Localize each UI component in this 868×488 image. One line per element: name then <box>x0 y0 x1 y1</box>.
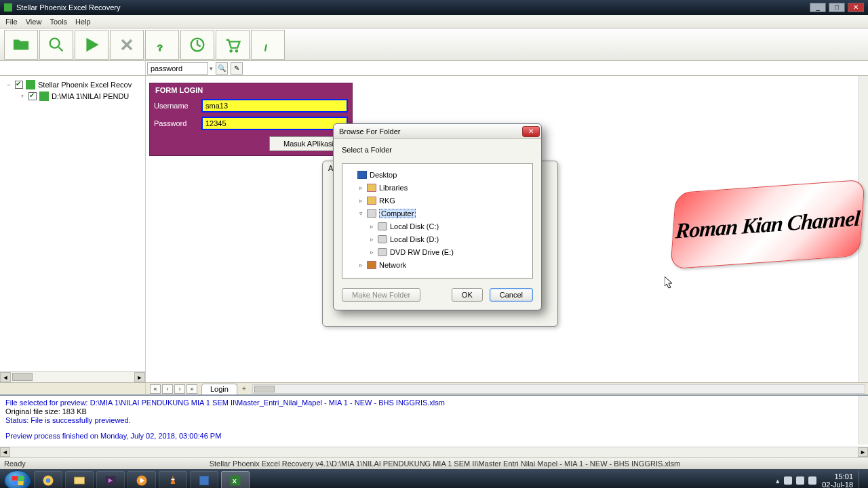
tree-hscrollbar[interactable]: ◄► <box>0 371 145 382</box>
username-label: Username <box>154 102 201 110</box>
form-title: FORM LOGIN <box>150 83 352 97</box>
taskbar-vlc-icon[interactable] <box>159 471 187 488</box>
watermark-text: Roman Kian Channel <box>675 205 861 243</box>
svg-rect-11 <box>172 479 175 481</box>
update-button[interactable] <box>180 30 214 60</box>
make-new-folder-button: Make New Folder <box>342 288 420 302</box>
collapse-icon[interactable]: − <box>5 81 12 88</box>
tab-prev-button[interactable]: ‹ <box>162 384 173 394</box>
app-icon <box>4 3 12 12</box>
node-local-c[interactable]: Local Disk (C:) <box>390 222 439 230</box>
show-desktop-button[interactable] <box>859 471 864 488</box>
node-rkg[interactable]: RKG <box>379 197 395 205</box>
taskbar-wmp-icon[interactable] <box>127 471 156 488</box>
password-label: Password <box>154 119 201 127</box>
find-prev-button[interactable]: ✎ <box>231 62 243 75</box>
expand-icon[interactable]: ▹ <box>357 184 364 191</box>
collapse-icon[interactable]: ▿ <box>357 210 364 217</box>
clock-time: 15:01 <box>822 472 853 481</box>
ok-button[interactable]: OK <box>452 288 483 302</box>
menu-view[interactable]: View <box>26 18 42 26</box>
log-hscrollbar[interactable]: ◄► <box>0 447 868 457</box>
tree-child-label[interactable]: D:\MIA 1\NILAI PENDU <box>52 92 129 100</box>
username-field[interactable]: sma13 <box>201 99 348 113</box>
scan-button[interactable] <box>39 30 73 60</box>
node-dvd[interactable]: DVD RW Drive (E:) <box>390 248 454 256</box>
window-titlebar: Stellar Phoenix Excel Recovery _ □ ✕ <box>0 0 868 15</box>
expand-icon[interactable]: ▹ <box>368 223 375 230</box>
taskbar-excel-icon[interactable]: X <box>221 471 250 488</box>
tree-root-label[interactable]: Stellar Phoenix Excel Recov <box>38 81 132 89</box>
stop-button[interactable] <box>110 30 144 60</box>
close-button[interactable]: ✕ <box>848 3 864 12</box>
tab-first-button[interactable]: « <box>150 384 161 394</box>
menu-bar: File View Tools Help <box>0 15 868 28</box>
system-clock[interactable]: 15:01 02-Jul-18 <box>822 472 853 488</box>
node-libraries[interactable]: Libraries <box>379 184 408 192</box>
status-path: Stellar Phoenix Excel Recovery v4.1\D:\M… <box>26 460 864 468</box>
tree-checkbox[interactable] <box>28 92 37 100</box>
libraries-icon <box>367 184 376 192</box>
open-button[interactable] <box>4 30 38 60</box>
help-button[interactable]: ? <box>145 30 179 60</box>
log-panel: File selected for preview: D:\MIA 1\NILA… <box>0 394 868 457</box>
excel-icon <box>26 80 35 89</box>
tray-show-hidden-icon[interactable]: ▴ <box>776 476 780 485</box>
watermark: Roman Kian Channel <box>670 180 865 269</box>
sheet-hscrollbar[interactable] <box>252 384 865 394</box>
node-local-d[interactable]: Local Disk (D:) <box>390 235 439 243</box>
svg-text:X: X <box>233 478 237 485</box>
expand-icon[interactable]: ▹ <box>368 249 375 256</box>
menu-file[interactable]: File <box>5 18 18 26</box>
menu-tools[interactable]: Tools <box>50 18 67 26</box>
tab-last-button[interactable]: » <box>186 384 197 394</box>
log-line: Preview process finished on Monday, July… <box>5 432 857 441</box>
log-vscrollbar[interactable] <box>859 396 868 445</box>
node-network[interactable]: Network <box>379 261 406 269</box>
taskbar-explorer-icon[interactable] <box>65 471 94 488</box>
node-computer[interactable]: Computer <box>379 209 416 218</box>
dialog-close-button[interactable]: ✕ <box>522 126 540 137</box>
svg-text:i: i <box>264 43 267 53</box>
minimize-button[interactable]: _ <box>810 3 826 12</box>
password-field[interactable]: 12345 <box>201 117 348 130</box>
taskbar-video-editor-icon[interactable] <box>96 471 125 488</box>
folder-tree[interactable]: Desktop ▹Libraries ▹RKG ▿Computer ▹Local… <box>342 163 533 279</box>
expand-icon[interactable]: ▹ <box>357 197 364 204</box>
start-button[interactable] <box>4 470 31 488</box>
add-sheet-button[interactable]: + <box>239 384 250 394</box>
svg-point-3 <box>230 49 233 52</box>
tree-checkbox[interactable] <box>15 81 23 89</box>
svg-rect-12 <box>199 476 208 485</box>
info-button[interactable]: i <box>251 30 285 60</box>
network-icon <box>367 261 376 269</box>
tray-volume-icon[interactable] <box>808 476 816 485</box>
taskbar: X ▴ 15:01 02-Jul-18 <box>0 469 868 488</box>
menu-help[interactable]: Help <box>75 18 91 26</box>
cancel-button[interactable]: Cancel <box>490 288 533 302</box>
taskbar-app-icon[interactable] <box>190 471 218 488</box>
node-desktop[interactable]: Desktop <box>370 171 397 179</box>
window-title: Stellar Phoenix Excel Recovery <box>16 3 120 12</box>
expand-icon[interactable]: ▹ <box>368 236 375 243</box>
tray-action-center-icon[interactable] <box>784 476 792 485</box>
toolbar: ? i <box>0 28 868 61</box>
svg-text:?: ? <box>157 43 163 53</box>
file-tree[interactable]: − Stellar Phoenix Excel Recov + D:\MIA 1… <box>0 76 146 382</box>
status-ready: Ready <box>4 460 26 468</box>
find-next-button[interactable]: 🔍 <box>216 62 228 75</box>
play-button[interactable] <box>75 30 108 60</box>
maximize-button[interactable]: □ <box>829 3 845 12</box>
tab-next-button[interactable]: › <box>174 384 185 394</box>
taskbar-chrome-icon[interactable] <box>34 471 62 488</box>
sheet-tab-login[interactable]: Login <box>201 384 237 394</box>
buy-button[interactable] <box>216 30 250 60</box>
status-bar: Ready Stellar Phoenix Excel Recovery v4.… <box>0 457 868 469</box>
form-login-panel: FORM LOGIN Username sma13 Password 12345… <box>149 83 353 156</box>
computer-icon <box>367 209 376 218</box>
expand-icon[interactable]: ▹ <box>357 262 364 268</box>
expand-icon[interactable]: + <box>19 93 26 100</box>
search-input[interactable] <box>147 62 208 75</box>
svg-point-7 <box>46 479 51 483</box>
tray-network-icon[interactable] <box>796 476 804 485</box>
